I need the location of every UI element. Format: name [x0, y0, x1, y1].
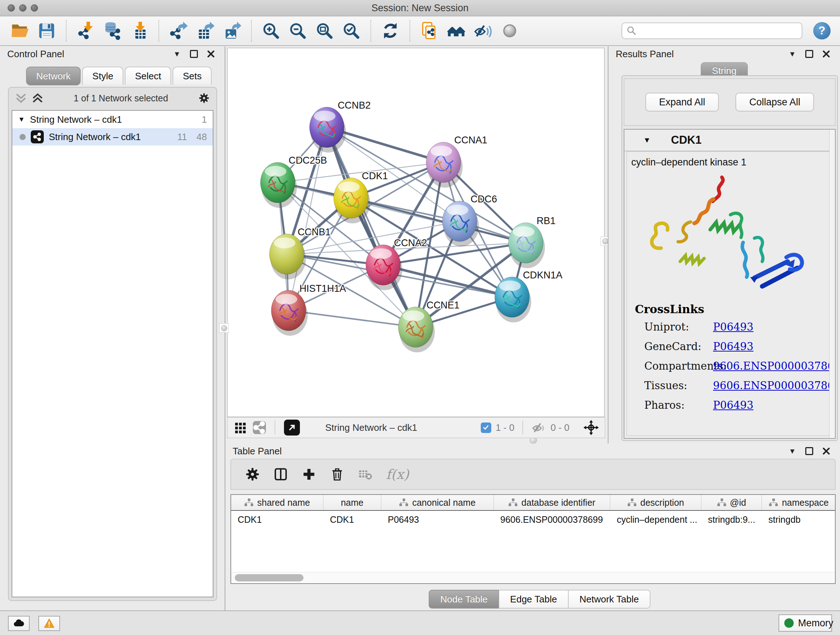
column-header-shared-name[interactable]: shared name — [231, 495, 324, 510]
tab-style[interactable]: Style — [82, 67, 123, 85]
tab-node-table[interactable]: Node Table — [429, 590, 499, 608]
network-node-CCNE1[interactable] — [398, 307, 435, 353]
gene-section-header[interactable]: ▼ CDK1 — [624, 130, 835, 151]
crosslink-value-link[interactable]: P06493 — [713, 321, 753, 333]
table-panel-close-button[interactable] — [820, 448, 833, 455]
delete-table-button[interactable] — [358, 467, 373, 482]
tab-sets[interactable]: Sets — [172, 67, 212, 85]
table-panel-float-button[interactable] — [802, 447, 816, 455]
fit-content-button[interactable] — [314, 20, 335, 41]
network-canvas[interactable]: CCNB2CCNA1CDC25BCDK1CDC6RB1CCNB1CCNA2CDK… — [227, 48, 605, 417]
table-horizontal-scrollbar[interactable] — [231, 572, 835, 583]
memory-button[interactable]: Memory — [778, 614, 832, 632]
help-button[interactable]: ? — [813, 22, 831, 40]
results-panel-float-button[interactable] — [802, 50, 816, 58]
refresh-view-button[interactable] — [380, 20, 401, 41]
collapse-all-button[interactable]: Collapse All — [736, 93, 814, 111]
crosslink-value-link[interactable]: 9606.ENSP00000378699 — [713, 360, 833, 372]
column-header-namespace[interactable]: namespace — [762, 495, 836, 510]
import-network-file-button[interactable] — [75, 20, 96, 41]
control-panel-float-button[interactable] — [187, 50, 201, 58]
search-input[interactable] — [639, 25, 797, 36]
network-view-type-icon[interactable] — [253, 421, 266, 434]
preview-sphere-button[interactable] — [499, 20, 520, 41]
scrollbar-thumb[interactable] — [235, 574, 303, 581]
tab-select[interactable]: Select — [125, 67, 171, 85]
control-panel-close-button[interactable] — [204, 50, 218, 57]
table-cell[interactable]: CDK1 — [324, 515, 381, 525]
network-node-HIST1H1A[interactable] — [271, 290, 308, 336]
network-edge-CDK1-RB1[interactable] — [351, 198, 526, 243]
zoom-selected-button[interactable] — [341, 20, 362, 41]
zoom-out-button[interactable] — [287, 20, 308, 41]
gene-expand-icon[interactable]: ▼ — [643, 136, 651, 144]
selected-checkbox[interactable] — [481, 423, 491, 433]
gear-icon[interactable] — [198, 92, 210, 104]
hide-graphics-button[interactable] — [472, 20, 493, 41]
table-panel-collapse-button[interactable]: ▼ — [786, 447, 799, 455]
results-panel-collapse-button[interactable]: ▼ — [786, 50, 799, 58]
attribute-type-icon — [627, 498, 637, 507]
network-node-CDC6[interactable] — [442, 201, 479, 247]
network-row[interactable]: String Network – cdk1 11 48 — [12, 128, 213, 146]
network-node-CDK1[interactable] — [333, 178, 370, 223]
network-node-CDKN1A[interactable] — [495, 277, 531, 323]
column-header-description[interactable]: description — [610, 495, 701, 510]
results-panel-close-button[interactable] — [820, 50, 833, 57]
import-table-button[interactable] — [129, 20, 150, 41]
table-cell[interactable]: CDK1 — [231, 515, 324, 525]
function-builder-button[interactable]: f(x) — [386, 467, 409, 482]
open-in-browser-button[interactable] — [419, 20, 440, 41]
network-node-RB1[interactable] — [508, 223, 545, 268]
left-splitter-handle[interactable] — [219, 323, 229, 333]
crosslink-row: Tissues:9606.ENSP00000378699 — [644, 379, 832, 392]
cloud-status-button[interactable] — [8, 616, 30, 631]
column-header-canonical-name[interactable]: canonical name — [381, 495, 494, 510]
save-session-button[interactable] — [36, 20, 57, 41]
crosslink-value-link[interactable]: P06493 — [713, 399, 753, 411]
warnings-button[interactable] — [38, 616, 60, 631]
network-node-CDC25B[interactable] — [261, 162, 297, 208]
network-node-CCNA2[interactable] — [366, 245, 402, 290]
string-home-button[interactable] — [446, 20, 467, 41]
detach-view-button[interactable] — [284, 420, 300, 435]
tab-network-table[interactable]: Network Table — [568, 590, 651, 608]
search-box[interactable] — [622, 22, 802, 39]
import-network-database-button[interactable] — [102, 20, 123, 41]
network-edge-CCNB2-CCNE1[interactable] — [327, 127, 416, 327]
delete-column-button[interactable] — [330, 467, 345, 482]
table-cell[interactable]: P06493 — [381, 515, 494, 525]
open-session-button[interactable] — [9, 20, 30, 41]
table-cell[interactable]: stringdb — [762, 515, 836, 525]
show-columns-button[interactable] — [273, 467, 288, 482]
grid-view-icon[interactable] — [233, 420, 248, 435]
export-network-button[interactable] — [168, 20, 189, 41]
export-table-button[interactable] — [195, 20, 216, 41]
table-row[interactable]: CDK1CDK1P064939606.ENSP00000378699cyclin… — [231, 511, 835, 528]
column-header--id[interactable]: @id — [701, 495, 762, 510]
crosshair-move-icon[interactable] — [583, 420, 599, 435]
table-cell[interactable]: 9606.ENSP00000378699 — [494, 515, 610, 525]
zoom-in-button[interactable] — [261, 20, 281, 41]
expand-all-button[interactable]: Expand All — [645, 93, 719, 111]
expand-all-icon[interactable] — [32, 92, 43, 104]
table-cell[interactable]: stringdb:9... — [701, 515, 762, 525]
collapse-all-icon[interactable] — [15, 92, 27, 104]
column-header-database-identifier[interactable]: database identifier — [494, 495, 610, 510]
hidden-eye-icon[interactable] — [531, 420, 546, 435]
collection-expand-icon[interactable]: ▼ — [18, 116, 25, 124]
crosslink-value-link[interactable]: 9606.ENSP00000378699 — [713, 379, 833, 392]
control-panel-collapse-button[interactable]: ▼ — [171, 50, 183, 58]
tab-network[interactable]: Network — [26, 67, 81, 86]
table-settings-button[interactable] — [245, 467, 260, 482]
table-cell[interactable]: cyclin–dependent ... — [610, 515, 701, 525]
tab-edge-table[interactable]: Edge Table — [499, 590, 568, 608]
network-edge-HIST1H1A-CCNE1[interactable] — [289, 310, 416, 327]
results-scrollbar[interactable] — [829, 130, 835, 438]
network-node-CCNB2[interactable] — [309, 107, 346, 153]
create-column-button[interactable] — [302, 467, 317, 482]
export-image-button[interactable] — [221, 20, 242, 41]
crosslink-value-link[interactable]: P06493 — [713, 340, 753, 353]
network-collection-row[interactable]: ▼ String Network – cdk1 1 — [12, 111, 213, 128]
column-header-name[interactable]: name — [324, 495, 381, 510]
